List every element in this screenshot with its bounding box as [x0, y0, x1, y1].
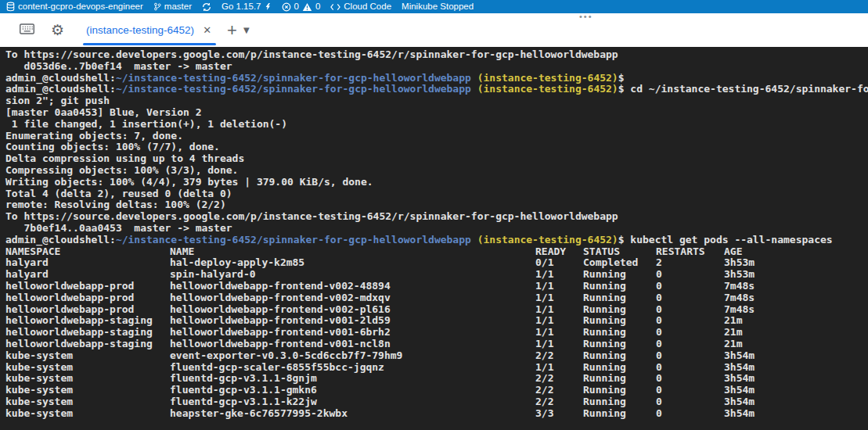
terminal-line: admin_@cloudshell:~/instance-testing-645… — [5, 84, 868, 95]
terminal-line: Total 4 (delta 2), reused 0 (delta 0) — [5, 188, 868, 200]
pods-table-row: kube-systemevent-exporter-v0.3.0-5cd6ccb… — [5, 350, 868, 362]
tab-instance-testing-6452[interactable]: (instance-testing-6452) ✕ — [83, 13, 216, 47]
warning-icon — [302, 2, 312, 12]
tab-label: (instance-testing-6452) — [86, 24, 194, 36]
tab-close-button[interactable]: ✕ — [201, 24, 213, 36]
terminal-line: d053d6e..7b0ef14 master -> master — [5, 61, 868, 73]
pods-table-header: NAMESPACENAMEREADYSTATUSRESTARTSAGE — [5, 246, 868, 258]
pods-table-row: helloworldwebapp-prodhelloworldwebapp-fr… — [5, 292, 868, 304]
plus-icon: + — [227, 20, 237, 40]
keyboard-icon — [20, 23, 34, 38]
close-icon: ✕ — [203, 24, 211, 36]
tab-menu-button[interactable]: ▼ — [243, 26, 250, 34]
statusbar-project[interactable]: content-gcpro-devops-engineer — [6, 0, 143, 13]
keyboard-button[interactable] — [20, 23, 34, 38]
database-icon — [6, 2, 15, 12]
active-tab-indicator — [83, 43, 216, 46]
tabbar: ••• ⚙ (instance-testing-6452) ✕ + ▼ — [0, 13, 868, 47]
statusbar-go-version[interactable]: Go 1.15.7 — [222, 0, 272, 13]
pods-table-row: kube-systemfluentd-gcp-scaler-6855f55bcc… — [5, 362, 868, 374]
statusbar-warning-count: 0 — [315, 0, 320, 13]
statusbar-branch-label: master — [164, 0, 192, 13]
statusbar-error-count: 0 — [294, 0, 299, 13]
new-tab-button[interactable]: + — [227, 23, 237, 38]
terminal-line: To https://source.developers.google.com/… — [5, 211, 868, 223]
pods-table-row: halyardspin-halyard-01/1Running03h53m — [5, 269, 868, 281]
sync-icon — [202, 2, 211, 12]
statusbar-branch[interactable]: master — [153, 0, 192, 13]
statusbar-cloud-code-label: Cloud Code — [344, 0, 391, 13]
pods-table-row: kube-systemheapster-gke-6c76577995-2kwbx… — [5, 408, 868, 420]
pods-table-row: helloworldwebapp-staginghelloworldwebapp… — [5, 327, 868, 339]
pods-table-row: helloworldwebapp-prodhelloworldwebapp-fr… — [5, 281, 868, 292]
gear-icon: ⚙ — [51, 21, 64, 38]
statusbar: content-gcpro-devops-engineer master Go … — [0, 0, 868, 13]
terminal-line: 1 file changed, 1 insertion(+), 1 deleti… — [5, 119, 868, 131]
pods-table-row: halyardhal-deploy-apply-k2m850/1Complete… — [5, 257, 868, 269]
terminal-line: Compressing objects: 100% (3/3), done. — [5, 165, 868, 177]
pods-table-row: helloworldwebapp-prodhelloworldwebapp-fr… — [5, 304, 868, 316]
terminal-line: sion 2"; git push — [5, 95, 868, 107]
pods-table-row: helloworldwebapp-staginghelloworldwebapp… — [5, 315, 868, 327]
statusbar-minikube[interactable]: Minikube Stopped — [402, 0, 474, 13]
terminal-line: Enumerating objects: 7, done. — [5, 131, 868, 142]
terminal-line: remote: Resolving deltas: 100% (2/2) — [5, 199, 868, 211]
terminal-line: To https://source.developers.google.com/… — [5, 49, 868, 61]
pods-table-row: kube-systemfluentd-gcp-v3.1.1-8gnjm2/2Ru… — [5, 373, 868, 385]
statusbar-problems[interactable]: 0 0 — [282, 0, 321, 13]
terminal-line: 7b0ef14..0aa0453 master -> master — [5, 223, 868, 235]
terminal-line: Delta compression using up to 4 threads — [5, 153, 868, 165]
lightning-icon — [265, 2, 272, 12]
statusbar-sync[interactable] — [202, 2, 211, 12]
terminal-line: Writing objects: 100% (4/4), 379 bytes |… — [5, 177, 868, 188]
statusbar-go-label: Go 1.15.7 — [222, 0, 261, 13]
terminal-output[interactable]: To https://source.developers.google.com/… — [0, 47, 868, 430]
chevron-down-icon: ▼ — [243, 26, 250, 34]
terminal-line: admin_@cloudshell:~/instance-testing-645… — [5, 235, 868, 246]
git-branch-icon — [153, 2, 161, 12]
code-brackets-icon — [330, 3, 340, 11]
settings-button[interactable]: ⚙ — [51, 23, 64, 38]
pods-table-row: kube-systemfluentd-gcp-v3.1.1-gmkn62/2Ru… — [5, 385, 868, 396]
error-icon — [282, 2, 291, 12]
pods-table-row: helloworldwebapp-staginghelloworldwebapp… — [5, 339, 868, 350]
terminal-line: admin_@cloudshell:~/instance-testing-645… — [5, 73, 868, 84]
terminal-line: [master 0aa0453] Blue, Version 2 — [5, 107, 868, 119]
statusbar-project-label: content-gcpro-devops-engineer — [18, 0, 143, 13]
panel-drag-handle[interactable]: ••• — [579, 12, 593, 21]
pods-table-row: kube-systemfluentd-gcp-v3.1.1-k22jw2/2Ru… — [5, 396, 868, 408]
statusbar-minikube-label: Minikube Stopped — [402, 0, 474, 13]
statusbar-cloud-code[interactable]: Cloud Code — [330, 0, 391, 13]
terminal-line: Counting objects: 100% (7/7), done. — [5, 142, 868, 153]
